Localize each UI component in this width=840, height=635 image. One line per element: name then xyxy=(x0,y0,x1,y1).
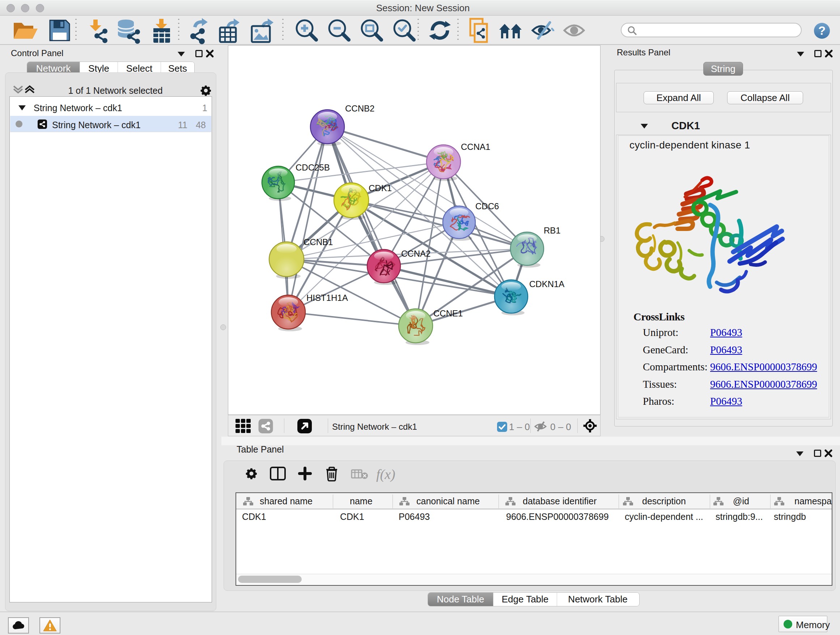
svg-text:CCNB2: CCNB2 xyxy=(345,103,374,113)
svg-text:HIST1H1A: HIST1H1A xyxy=(306,293,348,302)
svg-text:CCNA2: CCNA2 xyxy=(401,249,431,258)
svg-text:CDKN1A: CDKN1A xyxy=(529,279,564,289)
svg-text:CDC6: CDC6 xyxy=(475,201,499,211)
svg-text:CDC25B: CDC25B xyxy=(295,163,330,172)
svg-text:CDK1: CDK1 xyxy=(369,183,392,193)
svg-text:CCNE1: CCNE1 xyxy=(433,309,463,318)
svg-text:CCNA1: CCNA1 xyxy=(461,142,490,152)
svg-text:RB1: RB1 xyxy=(544,226,561,235)
svg-text:CCNB1: CCNB1 xyxy=(303,237,333,247)
